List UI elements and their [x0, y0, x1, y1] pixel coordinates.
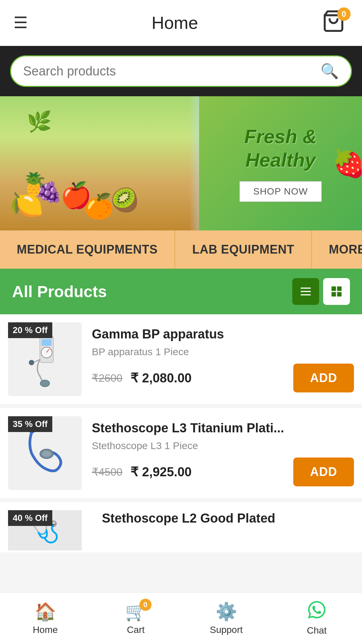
price-original-0: ₹2600 — [92, 372, 122, 384]
nav-support[interactable]: ⚙️ Support — [181, 593, 272, 644]
hamburger-icon[interactable]: ☰ — [13, 15, 28, 31]
product-image-wrapper-1: 35 % Off — [8, 416, 82, 490]
svg-point-17 — [42, 451, 51, 457]
category-more[interactable]: MORE — [312, 230, 362, 269]
product-desc-1: Stethoscope L3 1 Piece — [92, 440, 354, 451]
nav-home-label: Home — [33, 625, 58, 635]
view-toggle — [292, 278, 350, 305]
category-medical-equipment[interactable]: MEDICAL EQUIPMENTS — [0, 230, 175, 269]
svg-point-13 — [40, 380, 50, 387]
price-original-1: ₹4500 — [92, 466, 122, 478]
search-bar-container: 🔍 — [0, 46, 362, 96]
svg-rect-3 — [301, 294, 311, 295]
search-input[interactable] — [23, 64, 320, 78]
support-icon: ⚙️ — [216, 601, 237, 622]
product-info-1: Stethoscope L3 Titanium Plati... Stethos… — [92, 420, 354, 486]
svg-rect-2 — [301, 291, 311, 292]
nav-chat[interactable]: Chat — [272, 593, 362, 644]
cart-badge: 0 — [337, 7, 351, 21]
svg-rect-1 — [301, 287, 311, 288]
bp-apparatus-image — [21, 329, 68, 389]
table-row: 40 % Off 🩺 Stethoscope L2 Good Plated — [0, 502, 362, 552]
product-pricing-0: ₹2600 ₹ 2,080.00 ADD — [92, 364, 354, 392]
shop-now-button[interactable]: SHOP NOW — [239, 181, 321, 202]
nav-cart[interactable]: 🛒 0 Cart — [90, 593, 181, 644]
banner-slice-area: 🍓 — [335, 96, 362, 230]
nav-support-label: Support — [210, 625, 243, 635]
discount-badge-2: 40 % Off — [8, 510, 52, 526]
product-desc-0: BP apparatus 1 Piece — [92, 346, 354, 358]
list-view-icon — [299, 285, 312, 298]
product-name-0: Gamma BP apparatus — [92, 326, 354, 342]
product-name-1: Stethoscope L3 Titanium Plati... — [92, 420, 354, 436]
banner-fruit-area: 🍋 🍇 🍎 🍊 🍍 🥝 🌿 — [0, 96, 199, 230]
banner-title: Fresh & Healthy — [209, 125, 352, 171]
grid-view-icon — [330, 285, 343, 298]
search-icon: 🔍 — [320, 62, 339, 80]
discount-badge-1: 35 % Off — [8, 416, 52, 432]
banner: 🍋 🍇 🍎 🍊 🍍 🥝 🌿 Fresh & Healthy SHOP NOW 🍓 — [0, 96, 362, 230]
whatsapp-icon — [308, 601, 325, 623]
stethoscope-image — [21, 423, 68, 483]
nav-cart-badge: 0 — [139, 599, 152, 611]
add-button-0[interactable]: ADD — [293, 364, 354, 392]
svg-rect-7 — [337, 292, 342, 297]
nav-cart-label: Cart — [127, 625, 145, 635]
svg-rect-5 — [337, 286, 342, 291]
discount-badge-0: 20 % Off — [8, 322, 52, 338]
product-info-0: Gamma BP apparatus BP apparatus 1 Piece … — [92, 326, 354, 392]
svg-rect-6 — [331, 292, 336, 297]
price-discounted-0: ₹ 2,080.00 — [130, 371, 191, 385]
product-name-2: Stethoscope L2 Good Plated — [102, 510, 354, 527]
product-image-wrapper-2: 40 % Off 🩺 — [8, 510, 82, 550]
product-info-2: Stethoscope L2 Good Plated — [92, 510, 354, 530]
header: ☰ Home 0 — [0, 0, 362, 46]
grid-view-button[interactable] — [323, 278, 350, 305]
add-button-1[interactable]: ADD — [293, 458, 354, 486]
nav-chat-label: Chat — [307, 625, 326, 636]
price-discounted-1: ₹ 2,925.00 — [130, 465, 191, 479]
home-icon: 🏠 — [35, 601, 56, 622]
product-pricing-1: ₹4500 ₹ 2,925.00 ADD — [92, 458, 354, 486]
table-row: 20 % Off — [0, 314, 362, 404]
category-lab-equipment[interactable]: LAB EQUIPMENT — [175, 230, 312, 269]
bottom-nav: 🏠 Home 🛒 0 Cart ⚙️ Support Chat — [0, 592, 362, 644]
search-bar: 🔍 — [10, 55, 352, 87]
svg-rect-4 — [331, 286, 336, 291]
product-list: 20 % Off — [0, 314, 362, 552]
all-products-bar: All Products — [0, 269, 362, 314]
categories-row: MEDICAL EQUIPMENTS LAB EQUIPMENT MORE — [0, 230, 362, 269]
cart-button[interactable]: 0 — [322, 9, 349, 36]
all-products-label: All Products — [12, 282, 107, 301]
table-row: 35 % Off St — [0, 408, 362, 498]
page-title: Home — [152, 13, 198, 33]
svg-point-15 — [29, 360, 34, 365]
nav-cart-wrapper: 🛒 0 — [125, 601, 147, 622]
svg-rect-9 — [42, 339, 52, 346]
list-view-button[interactable] — [292, 278, 319, 305]
nav-home[interactable]: 🏠 Home — [0, 593, 90, 644]
product-image-wrapper-0: 20 % Off — [8, 322, 82, 396]
